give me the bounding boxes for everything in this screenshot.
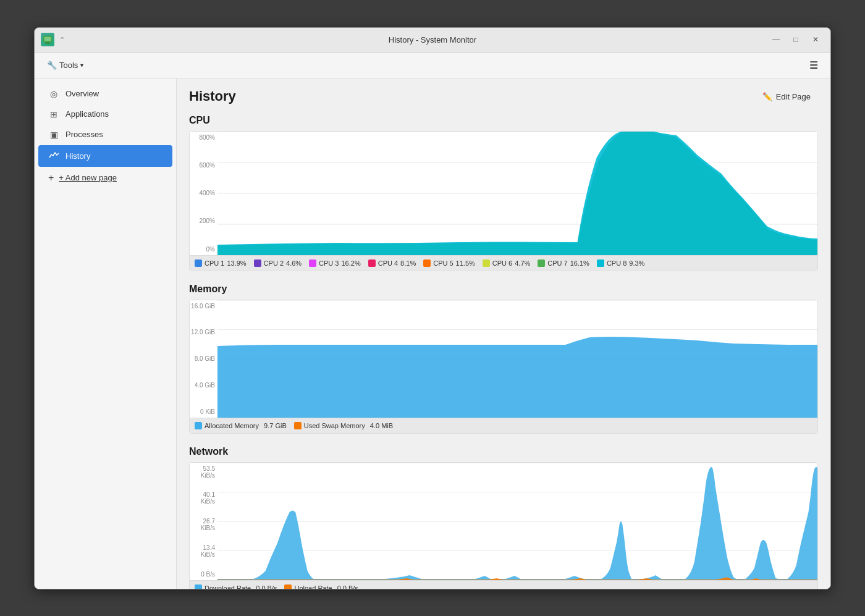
network-y-0: 0 B/s — [191, 571, 215, 578]
memory-chart-container: 16.0 GiB 12.0 GiB 8.0 GiB 4.0 GiB 0 KiB — [189, 300, 818, 434]
edit-icon: ✏️ — [762, 92, 772, 101]
download-rate-label: Download Rate — [205, 584, 251, 589]
tools-label: Tools — [59, 61, 78, 70]
allocated-memory-legend-item: Allocated Memory 9.7 GiB — [195, 422, 287, 429]
add-new-page-label: + Add new page — [59, 173, 117, 182]
cpu-y-600: 600% — [191, 162, 215, 169]
cpu8-value: 9.3% — [629, 259, 644, 267]
cpu5-legend-item: CPU 5 11.5% — [423, 259, 475, 267]
main-layout: ◎ Overview ⊞ Applications ▣ Processes Hi… — [35, 78, 830, 589]
window-title: History - System Monitor — [389, 35, 476, 44]
cpu7-legend-item: CPU 7 16.1% — [538, 259, 589, 267]
edit-page-button[interactable]: ✏️ Edit Page — [755, 88, 818, 105]
sidebar-item-applications[interactable]: ⊞ Applications — [38, 104, 172, 124]
cpu-y-400: 400% — [191, 190, 215, 196]
content-area: History ✏️ Edit Page CPU 800% 600% 400% … — [177, 78, 830, 589]
cpu7-label: CPU 7 — [547, 259, 567, 267]
cpu1-value: 13.9% — [227, 259, 246, 267]
network-section: Network 53.5 KiB/s 40.1 KiB/s 26.7 KiB/s… — [189, 446, 818, 589]
cpu3-value: 16.2% — [342, 259, 361, 267]
memory-section-title: Memory — [189, 284, 818, 295]
cpu3-label: CPU 3 — [319, 259, 339, 267]
app-icon — [41, 33, 54, 46]
network-y-535: 53.5 KiB/s — [191, 465, 215, 479]
upload-rate-color — [284, 584, 292, 589]
memory-svg-container — [217, 300, 817, 418]
tools-chevron-icon: ▾ — [80, 62, 83, 69]
memory-svg — [217, 300, 817, 418]
cpu4-color — [368, 259, 376, 267]
cpu-y-labels: 800% 600% 400% 200% 0% — [190, 132, 217, 255]
swap-memory-legend-item: Used Swap Memory 4.0 MiB — [294, 422, 393, 429]
hamburger-button[interactable]: ☰ — [804, 56, 823, 74]
cpu2-legend-item: CPU 2 4.6% — [254, 259, 302, 267]
memory-y-16: 16.0 GiB — [191, 303, 215, 310]
cpu-svg-container — [217, 132, 817, 255]
title-bar-chevron[interactable]: ⌃ — [59, 36, 65, 44]
cpu7-color — [538, 259, 545, 267]
download-rate-value: 0.0 B/s — [256, 584, 277, 589]
cpu4-label: CPU 4 — [378, 259, 398, 267]
cpu6-value: 4.7% — [515, 259, 530, 267]
hamburger-icon: ☰ — [809, 59, 818, 71]
minimize-button[interactable]: — — [767, 33, 785, 46]
cpu3-legend-item: CPU 3 16.2% — [309, 259, 361, 267]
sidebar-item-history[interactable]: History — [38, 145, 172, 167]
sidebar-item-overview[interactable]: ◎ Overview — [38, 84, 172, 104]
cpu1-label: CPU 1 — [205, 259, 224, 267]
allocated-memory-value: 9.7 GiB — [264, 422, 287, 429]
network-y-labels: 53.5 KiB/s 40.1 KiB/s 26.7 KiB/s 13.4 Ki… — [190, 463, 217, 580]
cpu8-label: CPU 8 — [607, 259, 627, 267]
cpu3-color — [309, 259, 316, 267]
upload-rate-label: Upload Rate — [294, 584, 332, 589]
memory-y-0: 0 KiB — [191, 408, 215, 415]
memory-y-12: 12.0 GiB — [191, 329, 215, 335]
cpu4-value: 8.1% — [400, 259, 416, 267]
cpu2-color — [254, 259, 261, 267]
swap-memory-color — [294, 422, 302, 429]
main-window: ⌃ History - System Monitor — □ ✕ 🔧 Tools… — [34, 27, 831, 589]
cpu1-color — [195, 259, 202, 267]
overview-icon: ◎ — [48, 89, 59, 99]
network-y-134: 13.4 KiB/s — [191, 544, 215, 558]
cpu-y-200: 200% — [191, 217, 215, 224]
allocated-memory-label: Allocated Memory — [205, 422, 259, 429]
memory-legend: Allocated Memory 9.7 GiB Used Swap Memor… — [190, 418, 817, 433]
close-button[interactable]: ✕ — [807, 33, 824, 46]
edit-page-label: Edit Page — [776, 92, 811, 101]
sidebar-item-overview-label: Overview — [65, 89, 99, 98]
network-y-401: 40.1 KiB/s — [191, 491, 215, 505]
cpu-svg — [217, 132, 817, 255]
sidebar: ◎ Overview ⊞ Applications ▣ Processes Hi… — [35, 78, 177, 589]
cpu-chart-container: 800% 600% 400% 200% 0% — [189, 131, 818, 271]
tools-button[interactable]: 🔧 Tools ▾ — [42, 58, 88, 72]
upload-rate-legend-item: Upload Rate 0.0 B/s — [284, 584, 358, 589]
maximize-button[interactable]: □ — [787, 33, 804, 46]
processes-icon: ▣ — [48, 130, 59, 140]
sidebar-item-processes-label: Processes — [65, 130, 103, 139]
cpu-y-800: 800% — [191, 134, 215, 141]
cpu-legend: CPU 1 13.9% CPU 2 4.6% CPU 3 16.2% — [190, 255, 817, 271]
allocated-memory-color — [195, 422, 202, 429]
sidebar-item-history-label: History — [65, 151, 90, 161]
add-new-page-button[interactable]: + + Add new page — [38, 167, 172, 188]
network-chart-area: 53.5 KiB/s 40.1 KiB/s 26.7 KiB/s 13.4 Ki… — [190, 463, 817, 580]
memory-y-8: 8.0 GiB — [191, 355, 215, 362]
cpu5-value: 11.5% — [456, 259, 475, 267]
memory-y-4: 4.0 GiB — [191, 382, 215, 389]
add-icon: + — [48, 172, 54, 184]
cpu4-legend-item: CPU 4 8.1% — [368, 259, 416, 267]
swap-memory-label: Used Swap Memory — [304, 422, 365, 429]
network-y-267: 26.7 KiB/s — [191, 518, 215, 531]
title-bar: ⌃ History - System Monitor — □ ✕ — [35, 28, 830, 53]
sidebar-item-processes[interactable]: ▣ Processes — [38, 125, 172, 145]
svg-rect-1 — [44, 37, 51, 41]
upload-rate-value: 0.0 B/s — [337, 584, 358, 589]
svg-rect-3 — [45, 43, 50, 44]
memory-chart-area: 16.0 GiB 12.0 GiB 8.0 GiB 4.0 GiB 0 KiB — [190, 300, 817, 418]
memory-y-labels: 16.0 GiB 12.0 GiB 8.0 GiB 4.0 GiB 0 KiB — [190, 300, 217, 418]
cpu8-color — [597, 259, 604, 267]
download-rate-legend-item: Download Rate 0.0 B/s — [195, 584, 277, 589]
cpu-section: CPU 800% 600% 400% 200% 0% — [189, 115, 818, 271]
cpu8-legend-item: CPU 8 9.3% — [597, 259, 644, 267]
